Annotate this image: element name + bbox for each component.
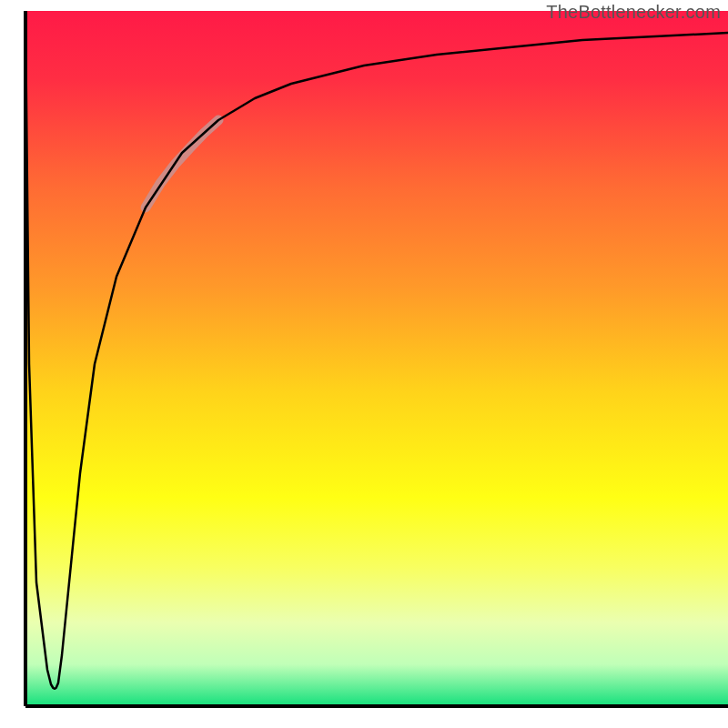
- attribution-label: TheBottlenecker.com: [546, 2, 721, 23]
- bottleneck-chart: TheBottlenecker.com: [0, 0, 728, 728]
- chart-svg: [0, 0, 728, 728]
- gradient-background: [25, 11, 728, 706]
